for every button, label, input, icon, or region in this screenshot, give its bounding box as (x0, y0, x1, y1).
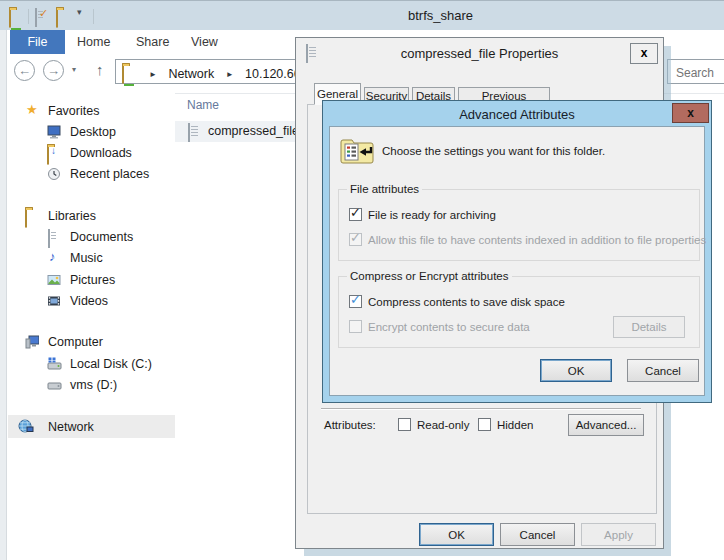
read-only-checkbox[interactable]: ✓ (398, 418, 411, 431)
properties-dialog-title: compressed_file Properties (296, 46, 663, 61)
separator (93, 9, 94, 24)
picture-icon (47, 273, 61, 291)
downloads-folder-icon: ↓ (47, 147, 49, 165)
cancel-button[interactable]: Cancel (500, 523, 575, 546)
tab-home[interactable]: Home (77, 35, 110, 49)
document-icon (48, 230, 50, 248)
window-title: btrfs_share (408, 8, 473, 23)
libraries-folder-icon (25, 210, 27, 228)
encrypt-label: Encrypt contents to secure data (368, 321, 530, 333)
compress-encrypt-legend: Compress or Encrypt attributes (347, 270, 512, 282)
advanced-button[interactable]: Advanced... (568, 414, 644, 436)
sidebar-item-favorites[interactable]: ★ Favorites (8, 101, 175, 122)
read-only-label: Read-only (417, 419, 469, 431)
details-button[interactable]: Details (613, 316, 685, 338)
file-icon (188, 124, 190, 142)
recent-locations-dropdown-icon[interactable]: ▾ (72, 65, 76, 74)
sidebar-item-pictures[interactable]: Pictures (8, 270, 175, 291)
file-row-compressed-file[interactable]: compressed_file (175, 121, 296, 142)
ok-button[interactable]: OK (419, 523, 494, 546)
up-button[interactable]: ↑ (96, 61, 104, 78)
properties-shortcut-icon[interactable]: ✓ (35, 9, 37, 27)
encrypt-checkbox[interactable]: ✓ (349, 320, 362, 333)
disk-c-icon (47, 357, 62, 375)
forward-button[interactable]: → (43, 60, 64, 81)
column-header-name[interactable]: Name (187, 98, 219, 112)
folder-shortcut-icon[interactable] (56, 10, 58, 28)
compress-label: Compress contents to save disk space (368, 296, 565, 308)
computer-icon (25, 335, 39, 353)
tab-share[interactable]: Share (136, 35, 169, 49)
index-checkbox[interactable]: ✓ (349, 233, 362, 246)
archive-checkbox[interactable]: ✓ (349, 208, 362, 221)
sidebar-item-downloads[interactable]: ↓ Downloads (8, 143, 175, 164)
explorer-titlebar[interactable]: ✓ ▾ btrfs_share (0, 0, 724, 30)
search-input[interactable] (667, 59, 724, 84)
chevron-right-icon: ► (149, 70, 157, 79)
sidebar-item-videos[interactable]: Videos (8, 291, 175, 312)
chevron-right-icon: ► (226, 70, 234, 79)
separator (321, 408, 641, 410)
music-note-icon: ♪ (49, 250, 56, 263)
advanced-dialog-body (329, 126, 705, 396)
folder-settings-icon (339, 134, 375, 170)
close-icon[interactable]: x (672, 103, 709, 123)
index-label: Allow this file to have contents indexed… (368, 234, 706, 246)
sidebar-item-network[interactable]: Network (8, 415, 175, 438)
desktop-icon (47, 125, 61, 143)
compress-checkbox[interactable]: ✓ (349, 295, 362, 308)
star-icon: ★ (26, 103, 38, 116)
file-attributes-group (338, 189, 700, 261)
ok-button[interactable]: OK (540, 359, 612, 382)
folder-icon (122, 66, 124, 84)
sidebar-item-recent-places[interactable]: Recent places (8, 164, 175, 185)
apply-button[interactable]: Apply (581, 523, 656, 546)
sidebar-item-music[interactable]: ♪ Music (8, 248, 175, 269)
tab-view[interactable]: View (191, 35, 218, 49)
hidden-checkbox[interactable]: ✓ (478, 418, 491, 431)
sidebar-item-libraries[interactable]: Libraries (8, 206, 175, 227)
hidden-label: Hidden (497, 419, 533, 431)
advanced-dialog-title: Advanced Attributes (323, 107, 711, 122)
close-icon[interactable]: x (630, 43, 658, 64)
cancel-button[interactable]: Cancel (627, 359, 699, 382)
film-icon (47, 294, 61, 312)
sidebar-item-local-disk-c[interactable]: Local Disk (C:) (8, 354, 175, 375)
disk-d-icon (47, 378, 62, 396)
advanced-attributes-dialog: Advanced Attributes x Choose the setting… (322, 100, 712, 403)
clock-icon (47, 167, 61, 185)
tab-file[interactable]: File (10, 30, 65, 54)
network-globe-icon (18, 419, 34, 438)
network-drive-icon[interactable] (9, 10, 11, 28)
qat-customize-icon[interactable]: ▾ (77, 7, 82, 17)
sidebar-item-vms-d[interactable]: vms (D:) (8, 375, 175, 396)
back-button[interactable]: ← (14, 60, 35, 81)
attributes-label: Attributes: (324, 419, 376, 431)
sidebar-item-desktop[interactable]: Desktop (8, 122, 175, 143)
sidebar-item-documents[interactable]: Documents (8, 227, 175, 248)
advanced-dialog-titlebar[interactable]: Advanced Attributes x (323, 101, 711, 126)
separator (28, 9, 29, 24)
breadcrumb-network[interactable]: Network (168, 67, 214, 81)
properties-dialog-titlebar[interactable]: compressed_file Properties x (296, 38, 663, 68)
advanced-dialog-header: Choose the settings you want for this fo… (382, 145, 605, 157)
sidebar-item-computer[interactable]: Computer (8, 332, 175, 353)
file-attributes-legend: File attributes (347, 183, 422, 195)
archive-label: File is ready for archiving (368, 209, 496, 221)
window-left-edge (0, 30, 7, 560)
